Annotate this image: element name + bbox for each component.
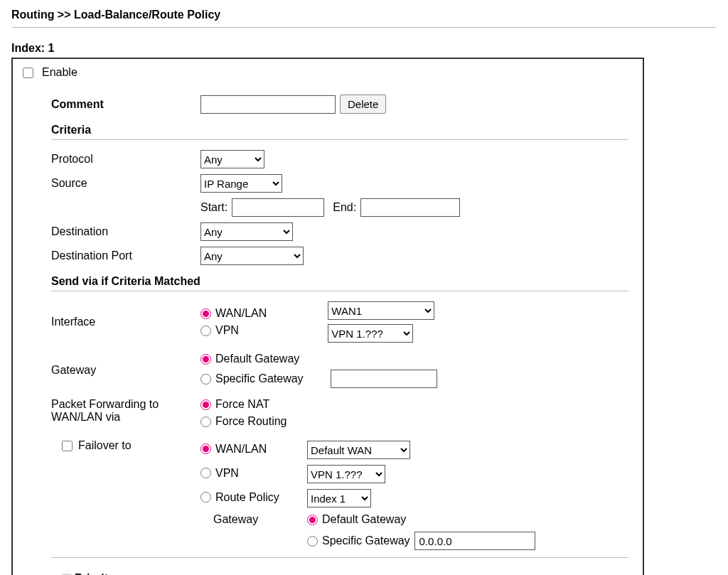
failover-specific-gw-radio[interactable] xyxy=(307,536,318,547)
enable-label: Enable xyxy=(42,66,77,79)
interface-wanlan-radio-wrap[interactable]: WAN/LAN xyxy=(200,307,267,320)
failover-route-policy-radio-wrap[interactable]: Route Policy xyxy=(200,491,279,504)
failover-route-policy-radio[interactable] xyxy=(200,492,211,503)
failover-vpn-select[interactable]: VPN 1.??? xyxy=(307,465,385,483)
failover-vpn-radio-wrap[interactable]: VPN xyxy=(200,467,239,480)
divider xyxy=(51,291,628,291)
gateway-default-label: Default Gateway xyxy=(215,353,299,365)
interface-vpn-select[interactable]: VPN 1.??? xyxy=(328,324,413,343)
protocol-select[interactable]: Any xyxy=(200,150,264,168)
source-end-input[interactable] xyxy=(360,198,460,217)
failover-label: Failover to xyxy=(78,439,132,452)
failover-route-policy-label: Route Policy xyxy=(215,491,279,504)
failover-wanlan-radio-wrap[interactable]: WAN/LAN xyxy=(200,443,267,456)
interface-wanlan-radio[interactable] xyxy=(200,308,211,319)
interface-vpn-radio-wrap[interactable]: VPN xyxy=(200,324,239,337)
failover-specific-gw-radio-wrap[interactable]: Specific Gateway xyxy=(307,534,410,547)
source-select[interactable]: IP Range xyxy=(200,174,282,193)
gateway-default-radio[interactable] xyxy=(200,354,211,365)
force-nat-radio[interactable] xyxy=(200,399,211,410)
enable-checkbox[interactable] xyxy=(23,68,33,78)
force-routing-radio-wrap[interactable]: Force Routing xyxy=(200,415,287,428)
failover-wanlan-label: WAN/LAN xyxy=(215,443,267,456)
index-label: Index: 1 xyxy=(11,42,717,55)
pkt-fwd-label: Packet Forwarding to WAN/LAN via xyxy=(23,398,200,424)
source-label: Source xyxy=(23,177,200,190)
failover-vpn-radio[interactable] xyxy=(200,468,211,478)
failover-checkbox-wrap[interactable]: Failover to xyxy=(62,439,132,452)
force-routing-radio[interactable] xyxy=(200,417,211,427)
delete-button[interactable]: Delete xyxy=(340,95,386,114)
protocol-label: Protocol xyxy=(23,153,200,166)
failover-default-gw-radio-wrap[interactable]: Default Gateway xyxy=(307,513,406,526)
failover-specific-gw-label: Specific Gateway xyxy=(322,534,410,547)
gateway-specific-label: Specific Gateway xyxy=(215,372,304,385)
interface-label: Interface xyxy=(23,316,200,328)
gateway-default-radio-wrap[interactable]: Default Gateway xyxy=(200,353,437,365)
failover-default-gw-label: Default Gateway xyxy=(322,513,406,526)
interface-vpn-label: VPN xyxy=(215,324,239,337)
interface-wanlan-label: WAN/LAN xyxy=(215,307,267,320)
force-nat-radio-wrap[interactable]: Force NAT xyxy=(200,398,287,411)
breadcrumb: Routing >> Load-Balance/Route Policy xyxy=(11,9,717,28)
force-nat-label: Force NAT xyxy=(215,398,269,411)
divider xyxy=(51,139,628,140)
comment-label: Comment xyxy=(23,98,200,111)
policy-panel: Enable Comment Delete Criteria Protocol … xyxy=(11,58,644,575)
dest-port-select[interactable]: Any xyxy=(200,247,304,265)
failover-vpn-label: VPN xyxy=(215,467,239,480)
failover-wanlan-select[interactable]: Default WAN xyxy=(307,441,410,459)
source-start-input[interactable] xyxy=(232,198,324,217)
divider xyxy=(51,557,628,558)
destination-select[interactable]: Any xyxy=(200,222,293,241)
gateway-specific-radio-wrap[interactable]: Specific Gateway xyxy=(200,372,304,385)
failover-checkbox[interactable] xyxy=(62,441,73,451)
gateway-specific-input[interactable] xyxy=(331,370,437,388)
failover-specific-gw-input[interactable] xyxy=(414,532,535,550)
failover-wanlan-radio[interactable] xyxy=(200,444,211,454)
comment-input[interactable] xyxy=(200,95,336,114)
priority-label: Priority xyxy=(75,572,114,575)
dest-port-label: Destination Port xyxy=(23,249,200,262)
source-start-label: Start: xyxy=(200,201,228,214)
failover-route-policy-select[interactable]: Index 1 xyxy=(307,489,371,507)
force-routing-label: Force Routing xyxy=(215,415,287,428)
priority-toggle[interactable]: + Priority xyxy=(23,572,628,575)
gateway-label: Gateway xyxy=(23,364,200,377)
gateway-specific-radio[interactable] xyxy=(200,374,211,385)
send-heading: Send via if Criteria Matched xyxy=(23,275,628,288)
failover-gateway-label: Gateway xyxy=(200,513,307,526)
criteria-heading: Criteria xyxy=(23,124,628,136)
interface-vpn-radio[interactable] xyxy=(200,326,211,336)
failover-default-gw-radio[interactable] xyxy=(307,515,318,525)
interface-wanlan-select[interactable]: WAN1 xyxy=(328,301,434,320)
destination-label: Destination xyxy=(23,225,200,238)
source-end-label: End: xyxy=(333,201,356,214)
